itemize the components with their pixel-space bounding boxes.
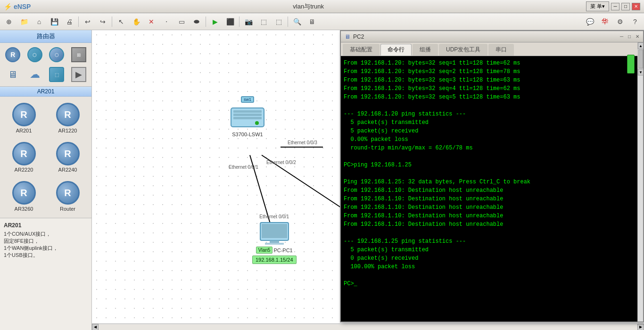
screen-button[interactable]: 🖥 xyxy=(305,15,319,28)
pc1-ip-badge: 192.168.1.15/24 xyxy=(252,256,297,264)
terminal-line xyxy=(344,101,640,110)
select-button[interactable]: ↖ xyxy=(114,15,128,28)
pc2-terminal[interactable]: From 192.168.1.20: bytes=32 seq=1 ttl=12… xyxy=(341,56,643,322)
pan-button[interactable]: ✋ xyxy=(129,15,143,28)
scroll-down-arrow[interactable]: ▼ xyxy=(638,69,644,75)
add-device-button[interactable]: ⬞ xyxy=(159,15,173,28)
bottom-scrollbar[interactable]: ◀ ▶ xyxy=(92,323,644,330)
pc2-close-btn[interactable]: ✕ xyxy=(636,34,639,39)
eth-label-sw-pc2: Ethernet 0/0/2 xyxy=(266,160,296,165)
scroll-h-track[interactable] xyxy=(99,324,637,330)
switch-icon-1: ⬡ xyxy=(27,47,42,62)
settings-button[interactable]: ⚙ xyxy=(613,15,627,28)
sidebar-item-device-type4[interactable]: ⊞ xyxy=(69,46,89,64)
sidebar-item-ar1220[interactable]: R AR1220 xyxy=(48,100,88,136)
terminal-line: --- 192.168.1.20 ping statistics --- xyxy=(344,110,640,118)
port-button[interactable]: ⬚ xyxy=(272,15,286,28)
tab-multicast[interactable]: 组播 xyxy=(413,44,438,56)
terminal-line: 0.00% packet loss xyxy=(344,135,640,144)
undo-button[interactable]: ↩ xyxy=(81,15,95,28)
capture-button[interactable]: 📷 xyxy=(241,15,256,28)
home-button[interactable]: ⌂ xyxy=(32,15,46,28)
main-layout: 路由器 R ⬡ ⬡ ⊞ 🖥 ☁ ⬚ xyxy=(0,30,644,330)
scroll-track[interactable] xyxy=(638,50,643,68)
sidebar-item-frame-relay[interactable]: ⬚ xyxy=(47,66,67,83)
canvas-area[interactable]: sw1 S3700-LSW1 Ethernet 0/0/1 Ethernet 0… xyxy=(92,30,644,330)
tab-udp-tool[interactable]: UDP发包工具 xyxy=(439,44,487,56)
sidebar-item-ar2220[interactable]: R AR2220 xyxy=(4,140,44,175)
router-icon-1: R xyxy=(5,47,20,62)
stop-button[interactable]: ⬛ xyxy=(223,15,237,28)
sw1-model-label: S3700-LSW1 xyxy=(232,132,263,137)
svg-rect-9 xyxy=(262,224,287,238)
pc2-minimize-btn[interactable]: ─ xyxy=(620,34,623,39)
tab-serial[interactable]: 串口 xyxy=(488,44,514,56)
sidebar-item-ar3260[interactable]: R AR3260 xyxy=(4,179,44,214)
ar201-icon: R xyxy=(12,103,36,126)
pc1-vlan-badge: Vlan5 xyxy=(256,247,273,254)
sidebar-item-router-type1[interactable]: R xyxy=(3,46,23,64)
terminal-line: PC>ping 192.168.1.25 xyxy=(344,161,640,169)
close-button[interactable]: ✕ xyxy=(632,3,640,10)
pc2-titlebar: 🖥 PC2 ─ □ ✕ xyxy=(341,31,643,42)
title-bar-controls: 菜 单▾ ─ □ ✕ xyxy=(586,1,640,11)
rectangle-button[interactable]: ▭ xyxy=(174,15,189,28)
sidebar-item-ar201[interactable]: R AR201 xyxy=(4,100,44,136)
pc1-device[interactable]: Ethernet 0/0/1 Vlan5 PC-PC1 192.168.1.15… xyxy=(252,214,297,264)
sidebar-item-monitor[interactable]: 🖥 xyxy=(3,66,23,83)
scroll-right-arrow[interactable]: ▶ xyxy=(637,324,644,330)
sep2 xyxy=(112,16,112,27)
terminal-line: From 192.168.1.20: bytes=32 seq=3 ttl=12… xyxy=(344,76,640,84)
tab-basic-config[interactable]: 基础配置 xyxy=(343,44,380,56)
ar201-section: AR201 R AR201 R AR1220 R AR2220 R AR2240 xyxy=(0,86,91,218)
new-button[interactable]: ⊕ xyxy=(2,15,16,28)
scroll-thumb[interactable] xyxy=(638,50,643,68)
sw1-device[interactable]: sw1 S3700-LSW1 xyxy=(229,96,266,137)
chat-button[interactable]: 💬 xyxy=(583,15,597,28)
svg-point-7 xyxy=(255,121,259,125)
window-title: vlan与trunk xyxy=(31,2,586,11)
sep1 xyxy=(78,16,79,27)
scroll-left-arrow[interactable]: ◀ xyxy=(92,324,99,330)
scroll-up-arrow[interactable]: ▲ xyxy=(638,42,644,49)
ar201-section-title: AR201 xyxy=(0,87,91,97)
device-icon-4: ⊞ xyxy=(71,47,86,62)
terminal-line: 5 packet(s) transmitted xyxy=(344,246,640,254)
terminal-line: From 192.168.1.20: bytes=32 seq=4 ttl=12… xyxy=(344,84,640,93)
topology-button[interactable]: ⬚ xyxy=(256,15,271,28)
print-button[interactable]: 🖨 xyxy=(62,15,76,28)
save-button[interactable]: 💾 xyxy=(47,15,61,28)
pc2-maximize-btn[interactable]: □ xyxy=(628,34,631,39)
router-label: Router xyxy=(60,206,75,212)
sidebar-item-router[interactable]: R Router xyxy=(48,179,88,214)
redo-button[interactable]: ↪ xyxy=(96,15,110,28)
ar2220-label: AR2220 xyxy=(15,167,33,173)
minimize-button[interactable]: ─ xyxy=(611,3,619,10)
menu-button[interactable]: 菜 单▾ xyxy=(586,1,609,11)
terminal-line: From 192.168.1.10: Destination host unre… xyxy=(344,186,640,195)
start-button[interactable]: ▶ xyxy=(208,15,222,28)
tab-command-line[interactable]: 命令行 xyxy=(380,44,412,56)
terminal-line: Ping 192.168.1.25: 32 data bytes, Press … xyxy=(344,178,640,186)
sidebar-item-cloud[interactable]: ☁ xyxy=(25,66,45,83)
device-icon-3: ⬡ xyxy=(49,47,64,62)
huawei-button[interactable]: 华 xyxy=(598,15,612,28)
open-button[interactable]: 📁 xyxy=(17,15,31,28)
zoom-in-button[interactable]: 🔍 xyxy=(290,15,304,28)
title-bar-left: ⚡ eNSP xyxy=(4,3,31,10)
terminal-line: --- 192.168.1.25 ping statistics --- xyxy=(344,237,640,246)
sidebar-item-switch-type1[interactable]: ⬡ xyxy=(25,46,45,64)
sidebar-item-ar2240[interactable]: R AR2240 xyxy=(48,140,88,175)
pc2-scrollbar[interactable]: ▲ ▼ xyxy=(637,42,643,322)
delete-button[interactable]: ✕ xyxy=(144,15,158,28)
help-button[interactable]: ? xyxy=(628,15,642,28)
sidebar-item-device-type3[interactable]: ⬡ xyxy=(47,46,67,64)
sidebar-item-more[interactable]: ▶ xyxy=(69,66,89,83)
terminal-line: From 192.168.1.10: Destination host unre… xyxy=(344,212,640,220)
terminal-line xyxy=(344,271,640,280)
svg-rect-5 xyxy=(233,114,262,116)
maximize-button[interactable]: □ xyxy=(621,3,630,10)
ar1220-label: AR1220 xyxy=(58,128,77,133)
ar3260-icon: R xyxy=(12,181,36,205)
ellipse-button[interactable]: ⬬ xyxy=(190,15,204,28)
